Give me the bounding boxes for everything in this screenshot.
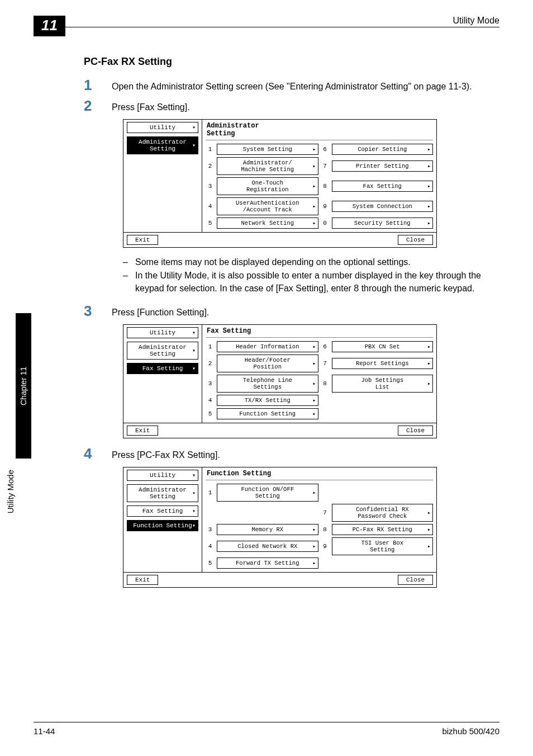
menu-grid: 1Function ON/OFF Setting▸ 7Confidential … xyxy=(206,484,433,569)
menu-pcfax-rx-setting[interactable]: PC-Fax RX Setting▸ xyxy=(332,524,434,535)
menu-label: Report Settings xyxy=(356,360,409,367)
crumb-label: Fax Setting xyxy=(142,365,183,372)
menu-job-settings-list[interactable]: Job Settings List▸ xyxy=(332,375,434,393)
menu-header-footer-pos[interactable]: Header/Footer Position▸ xyxy=(217,355,318,372)
exit-button[interactable]: Exit xyxy=(127,426,158,436)
menu-system-connection[interactable]: System Connection▸ xyxy=(332,201,434,212)
chapter-side-tab-text: Chapter 11 xyxy=(16,313,31,459)
menu-network-setting[interactable]: Network Setting▸ xyxy=(217,218,318,229)
chevron-down-icon: ▾ xyxy=(192,508,196,514)
menu-tel-line-settings[interactable]: Telephone Line Settings▸ xyxy=(217,375,318,393)
menu-label: One-Touch Registration xyxy=(246,179,289,193)
crumb-label: Fax Setting xyxy=(142,508,183,514)
menu-user-auth[interactable]: UserAuthentication /Account Track▸ xyxy=(217,197,318,215)
menu-copier-setting[interactable]: Copier Setting▸ xyxy=(332,144,434,155)
chevron-right-icon: ▸ xyxy=(427,343,431,350)
menu-forward-tx-setting[interactable]: Forward TX Setting▸ xyxy=(217,557,318,569)
menu-function-setting[interactable]: Function Setting▸ xyxy=(217,408,318,419)
menu-grid: 1Header Information▸ 6PBX CN Set▸ 2Heade… xyxy=(206,341,433,419)
step-2-text: Press [Fax Setting]. xyxy=(112,98,190,114)
chapter-number-tab: 11 xyxy=(34,16,65,36)
close-button[interactable]: Close xyxy=(398,575,433,585)
menu-num: 9 xyxy=(321,203,330,210)
menu-label: Copier Setting xyxy=(358,146,407,153)
crumb-label: Administrator Setting xyxy=(139,139,187,152)
menu-label: Confidential RX Password Check xyxy=(356,506,409,519)
chevron-right-icon: ▸ xyxy=(427,203,431,210)
menu-label: PC-Fax RX Setting xyxy=(353,526,412,533)
crumb-admin-setting[interactable]: Administrator Setting▾ xyxy=(127,136,198,154)
step-1-number: 1 xyxy=(84,78,112,92)
menu-label: Header/Footer Position xyxy=(245,357,291,370)
menu-label: Memory RX xyxy=(251,526,283,533)
crumb-label: Utility xyxy=(150,124,175,131)
menu-label: Job Settings List xyxy=(361,377,403,390)
screenshot-fax-setting: Utility▾ Administrator Setting▾ Fax Sett… xyxy=(123,324,437,438)
breadcrumb-column: Utility▾ Administrator Setting▾ Fax Sett… xyxy=(123,467,202,572)
menu-header-info[interactable]: Header Information▸ xyxy=(217,341,318,352)
step-1: 1 Open the Administrator Setting screen … xyxy=(84,78,488,93)
note-2: In the Utility Mode, it is also possible… xyxy=(135,269,488,295)
crumb-admin-setting[interactable]: Administrator Setting▾ xyxy=(127,342,198,360)
crumb-admin-setting[interactable]: Administrator Setting▾ xyxy=(127,484,198,502)
menu-txrx-setting[interactable]: TX/RX Setting▸ xyxy=(217,395,318,406)
menu-admin-machine[interactable]: Administrator/ Machine Setting▸ xyxy=(217,157,318,175)
menu-report-settings[interactable]: Report Settings▸ xyxy=(332,358,434,369)
exit-button[interactable]: Exit xyxy=(127,235,158,245)
screen-title: Function Setting xyxy=(206,469,433,480)
step-2: 2 Press [Fax Setting]. xyxy=(84,98,488,114)
exit-button[interactable]: Exit xyxy=(127,575,158,585)
menu-function-onoff[interactable]: Function ON/OFF Setting▸ xyxy=(217,484,318,502)
menu-one-touch[interactable]: One-Touch Registration▸ xyxy=(217,177,318,195)
menu-confidential-rx[interactable]: Confidential RX Password Check▸ xyxy=(332,504,434,522)
chevron-down-icon: ▾ xyxy=(192,490,196,497)
chevron-down-icon: ▾ xyxy=(192,329,196,336)
crumb-function-setting[interactable]: Function Setting▾ xyxy=(127,520,198,531)
menu-closed-network-rx[interactable]: Closed Network RX▸ xyxy=(217,541,318,552)
menu-memory-rx[interactable]: Memory RX▸ xyxy=(217,524,318,535)
chevron-right-icon: ▸ xyxy=(312,146,316,153)
menu-num: 8 xyxy=(321,380,330,387)
bullet-dash: – xyxy=(123,269,135,295)
chevron-right-icon: ▸ xyxy=(427,163,431,169)
menu-fax-setting[interactable]: Fax Setting▸ xyxy=(332,181,434,192)
page-number: 11-44 xyxy=(34,726,55,736)
menu-tsi-user-box[interactable]: TSI User Box Setting▸ xyxy=(332,537,434,555)
crumb-fax-setting[interactable]: Fax Setting▾ xyxy=(127,363,198,374)
menu-label: Network Setting xyxy=(241,220,294,226)
chevron-right-icon: ▸ xyxy=(312,360,316,367)
menu-num: 8 xyxy=(321,183,330,190)
chevron-right-icon: ▸ xyxy=(312,183,316,190)
chevron-right-icon: ▸ xyxy=(427,380,431,387)
menu-label: Fax Setting xyxy=(363,183,402,190)
menu-printer-setting[interactable]: Printer Setting▸ xyxy=(332,160,434,172)
crumb-fax-setting[interactable]: Fax Setting▾ xyxy=(127,505,198,517)
close-button[interactable]: Close xyxy=(398,426,433,436)
crumb-label: Administrator Setting xyxy=(139,486,187,500)
menu-label: PBX CN Set xyxy=(365,343,400,350)
menu-pbx-cn-set[interactable]: PBX CN Set▸ xyxy=(332,341,434,352)
step-4-number: 4 xyxy=(84,446,112,461)
close-button[interactable]: Close xyxy=(398,235,433,245)
crumb-label: Utility xyxy=(150,472,175,479)
menu-label: Telephone Line Settings xyxy=(243,377,292,390)
menu-num: 3 xyxy=(206,183,215,190)
footer-rule xyxy=(34,722,499,722)
menu-system-setting[interactable]: System Setting▸ xyxy=(217,144,318,155)
chevron-down-icon: ▾ xyxy=(192,124,196,131)
crumb-utility[interactable]: Utility▾ xyxy=(127,470,198,481)
menu-num: 4 xyxy=(206,543,215,550)
screenshot-function-setting: Utility▾ Administrator Setting▾ Fax Sett… xyxy=(123,467,437,588)
menu-label: System Setting xyxy=(243,146,292,153)
crumb-utility[interactable]: Utility▾ xyxy=(127,122,198,133)
chevron-right-icon: ▸ xyxy=(312,163,316,169)
chevron-right-icon: ▸ xyxy=(427,543,431,550)
menu-num: 9 xyxy=(321,543,330,550)
menu-label: TSI User Box Setting xyxy=(361,540,403,553)
header-rule xyxy=(34,27,499,27)
step-3-text: Press [Function Setting]. xyxy=(112,304,209,319)
chevron-right-icon: ▸ xyxy=(312,560,316,566)
menu-security-setting[interactable]: Security Setting▸ xyxy=(332,218,434,229)
crumb-utility[interactable]: Utility▾ xyxy=(127,327,198,338)
menu-num: 5 xyxy=(206,220,215,226)
